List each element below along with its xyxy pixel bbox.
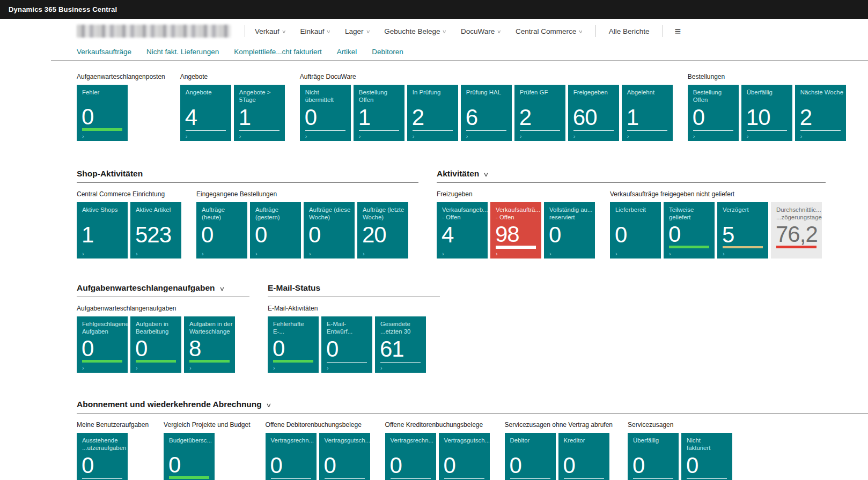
cue-groups: Central Commerce EinrichtungAktive Shops… [77, 190, 418, 259]
cue-tile-prufen-gf[interactable]: Prüfen GF2› [514, 85, 565, 141]
cue-tile-aufgaben-in[interactable]: Aufgaben in Bearbeitung0› [130, 316, 181, 373]
cue-group-vergleich-projekte-und-budget: Vergleich Projekte und BudgetBudgetübers… [164, 421, 250, 480]
cue-tile-angebote[interactable]: Angebote4› [180, 85, 231, 141]
section-shop-aktivitaten: Shop-AktivitätenCentral Commerce Einrich… [77, 169, 418, 259]
cue-tiles: Vertragsrechn...0›Vertragsgutsch...0› [385, 433, 490, 480]
cue-tile-prufung-hal[interactable]: Prüfung HAL6› [461, 85, 512, 141]
cue-tile-nachste-woche[interactable]: Nächste Woche2› [795, 85, 846, 141]
cue-tile-label: Teilweise geliefert [664, 202, 715, 221]
cue-tile-verkaufsauftra[interactable]: Verkaufsaufträ... - Offen98› [490, 202, 541, 259]
cue-tile-ausstehende[interactable]: Ausstehende ...utzeraufgaben0› [77, 433, 128, 480]
chevron-right-icon: › [795, 131, 846, 141]
cue-tile-label: Lieferbereit [610, 202, 661, 222]
link-komplettliefe-cht-fakturiert[interactable]: Komplettliefe...cht fakturiert [234, 48, 322, 56]
cue-tile-verzogert[interactable]: Verzögert5› [717, 202, 768, 259]
cue-tile-label: Aufträge (gestern) [250, 202, 301, 222]
cue-tile-auftrage-diese[interactable]: Aufträge (diese Woche)0› [304, 202, 355, 259]
cue-tile-bestellung[interactable]: Bestellung Offen1› [354, 85, 404, 141]
menu-einkauf[interactable]: Einkauf∨ [300, 27, 330, 35]
cue-group-aufgaenwarteschlangenposten: AufgaenwarteschlangenpostenFehler0› [77, 73, 165, 141]
company-name-blurred[interactable] [77, 25, 231, 38]
cue-tile-auftrage-letzte[interactable]: Aufträge (letzte Woche)20› [357, 202, 408, 259]
cue-tile-kreditor[interactable]: Kreditor0› [558, 433, 609, 480]
chevron-right-icon: › [610, 248, 661, 259]
cue-tile-uberfallig[interactable]: Überfällig10› [741, 85, 792, 141]
cue-group-servicezusagen-ohne-vertrag-abrufen: Servicezusagen ohne Vertrag abrufenDebit… [505, 421, 613, 480]
section-aktivitaten: Aktivitäten∨FreizugebenVerkaufsangeb... … [437, 169, 826, 259]
cue-tiles: Aktive Shops1›Aktive Artikel523› [77, 202, 181, 259]
chevron-right-icon: › [437, 248, 488, 259]
cue-tile-fehler[interactable]: Fehler0› [77, 85, 128, 141]
cue-tile-vertragsrechn[interactable]: Vertragsrechn...0› [385, 433, 436, 480]
cue-tile-vertragsrechn[interactable]: Vertragsrechn...0› [266, 433, 317, 480]
section-title: Aktivitäten [437, 169, 479, 179]
cue-tile-label: Aktive Artikel [130, 202, 181, 222]
menu-central-commerce[interactable]: Central Commerce∨ [516, 27, 583, 35]
cue-tile-vollstandig-au[interactable]: Vollständig au... reserviert0› [544, 202, 595, 259]
cue-tile-e-mail-entwurf[interactable]: E-Mail-Entwürf... Postausgang0› [321, 316, 372, 373]
cue-tile-verkaufsangeb[interactable]: Verkaufsangeb... - Offen4› [437, 202, 488, 259]
cue-tile-fehlgeschlagene[interactable]: Fehlgeschlagene Aufgaben0› [77, 316, 128, 373]
menu-verkauf[interactable]: Verkauf∨ [255, 27, 285, 35]
app-title: Dynamics 365 Business Central [9, 5, 117, 13]
cue-tile-value: 10 [741, 106, 792, 129]
cue-tile-label: Gesendete ...etzten 30 Tage [375, 316, 426, 336]
chevron-right-icon: › [77, 248, 128, 259]
cue-tile-aktive-artikel[interactable]: Aktive Artikel523› [130, 202, 181, 259]
cue-tile-value: 1 [622, 106, 673, 129]
cue-tile-uberfallig[interactable]: Überfällig0› [628, 433, 679, 480]
cue-tile-teilweise[interactable]: Teilweise geliefert0› [664, 202, 715, 259]
chevron-right-icon: › [77, 131, 128, 141]
section-divider [437, 182, 826, 183]
cue-tile-lieferbereit[interactable]: Lieferbereit0› [610, 202, 661, 259]
cue-tile-aktive-shops[interactable]: Aktive Shops1› [77, 202, 128, 259]
chevron-down-icon[interactable]: ∨ [483, 171, 489, 178]
chevron-right-icon: › [184, 363, 235, 373]
cue-group-label: Offene Kreditorenbuchungsbelege [385, 421, 490, 429]
link-debitoren[interactable]: Debitoren [372, 48, 403, 56]
link-artikel[interactable]: Artikel [337, 48, 357, 56]
cue-tile-bestellung[interactable]: Bestellung Offen0› [688, 85, 739, 141]
cue-tile-fehlerhafte-e[interactable]: Fehlerhafte E-... im Postausgang0› [268, 316, 319, 373]
cue-tile-label: Prüfen GF [514, 85, 565, 105]
cue-tile-value: 0 [628, 454, 679, 477]
cue-tile-nicht[interactable]: Nicht fakturiert0› [681, 433, 732, 480]
cue-group-label: Meine Benutzeraufgaben [77, 421, 149, 429]
link-verkaufsauftrage[interactable]: Verkaufsaufträge [77, 48, 131, 56]
chevron-right-icon: › [622, 131, 673, 141]
cue-tile-aufgaben-in-der[interactable]: Aufgaben in der Warteschlange8› [184, 316, 235, 373]
cue-tile-angebote[interactable]: Angebote > 5Tage1› [234, 85, 285, 141]
cue-groups: AufgabenwarteschlangenaufgabenFehlgeschl… [77, 305, 249, 373]
section-abonnement-und-wiederkehrende-abrechnung: Abonnement und wiederkehrende Abrechnung… [77, 400, 868, 480]
chevron-right-icon: › [77, 363, 128, 373]
cue-group-meine-benutzeraufgaben: Meine BenutzeraufgabenAusstehende ...utz… [77, 421, 149, 480]
cue-tile-abgelehnt[interactable]: Abgelehnt1› [622, 85, 673, 141]
chevron-down-icon: ∨ [326, 29, 331, 34]
cue-tile-vertragsgutsch[interactable]: Vertragsgutsch...0› [439, 433, 490, 480]
cue-tile-freigegeben[interactable]: Freigegeben60› [568, 85, 619, 141]
chevron-right-icon: › [375, 363, 426, 373]
cue-tile-value: 0 [77, 337, 128, 360]
cue-tile-gesendete[interactable]: Gesendete ...etzten 30 Tage61› [375, 316, 426, 373]
cue-tile-nicht[interactable]: Nicht übermittelt0› [300, 85, 351, 141]
cue-tile-in-prufung[interactable]: In Prüfung2› [407, 85, 458, 141]
cue-tile-vertragsgutsch[interactable]: Vertragsgutsch...0› [319, 433, 370, 480]
link-nicht-fakt-lieferungen[interactable]: Nicht fakt. Lieferungen [146, 48, 219, 56]
chevron-down-icon[interactable]: ∨ [266, 402, 271, 409]
section-e-mail-status: E-Mail-StatusE-Mail-AktivitätenFehlerhaf… [268, 283, 440, 373]
cue-tile-budgetubersc[interactable]: Budgetübersc...0› [164, 433, 215, 480]
cue-tile-auftrage[interactable]: Aufträge (heute)0› [196, 202, 247, 259]
nav-divider [663, 25, 663, 37]
cue-tile-value: 0 [610, 224, 661, 246]
cue-tile-auftrage[interactable]: Aufträge (gestern)0› [250, 202, 301, 259]
menu-gebuchte-belege[interactable]: Gebuchte Belege∨ [384, 27, 446, 35]
cue-group-offene-debitorenbuchungsbelege: Offene DebitorenbuchungsbelegeVertragsre… [266, 421, 370, 480]
nav-item-alle-berichte[interactable]: Alle Berichte [609, 27, 650, 35]
chevron-down-icon[interactable]: ∨ [219, 285, 225, 292]
menu-lager[interactable]: Lager∨ [345, 27, 370, 35]
chevron-down-icon: ∨ [442, 29, 447, 34]
menu-docuware[interactable]: DocuWare∨ [461, 27, 501, 35]
cue-tile-value: 76,2 [771, 223, 822, 246]
hamburger-menu-icon[interactable]: ≡ [675, 26, 681, 36]
cue-tile-debitor[interactable]: Debitor0› [505, 433, 556, 480]
